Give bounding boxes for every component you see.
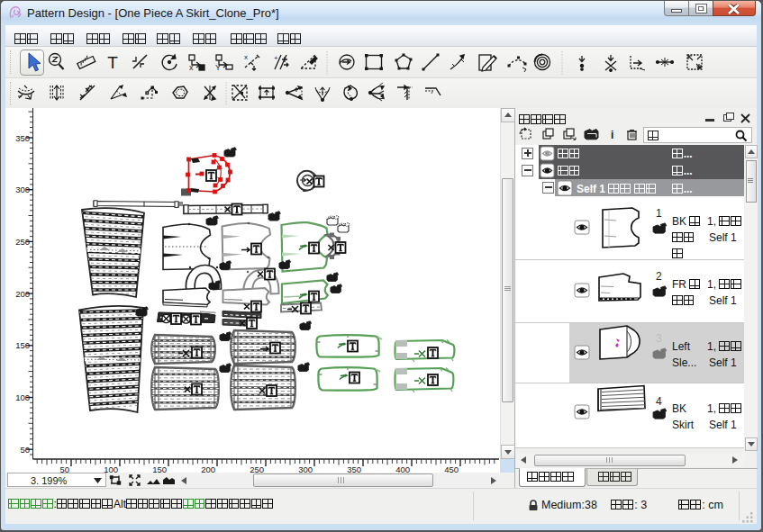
svg-text:350: 350 (15, 133, 30, 143)
svg-text:150: 150 (15, 340, 30, 350)
svg-text:250: 250 (15, 237, 30, 247)
svg-text:4: 4 (656, 395, 662, 408)
svg-text:i: i (611, 129, 613, 141)
svg-text:x: x (189, 63, 194, 72)
svg-text:50: 50 (20, 445, 30, 455)
svg-text:300: 300 (15, 185, 30, 194)
svg-text:1: 1 (656, 207, 662, 220)
svg-text:3: 3 (656, 332, 662, 345)
svg-text:+: + (274, 54, 278, 62)
svg-text:x: x (244, 53, 248, 61)
svg-text:100: 100 (15, 392, 30, 402)
svg-text:T: T (107, 53, 118, 72)
svg-text:200: 200 (15, 289, 30, 299)
svg-text:2: 2 (656, 270, 662, 283)
svg-text:Y: Y (215, 63, 221, 72)
